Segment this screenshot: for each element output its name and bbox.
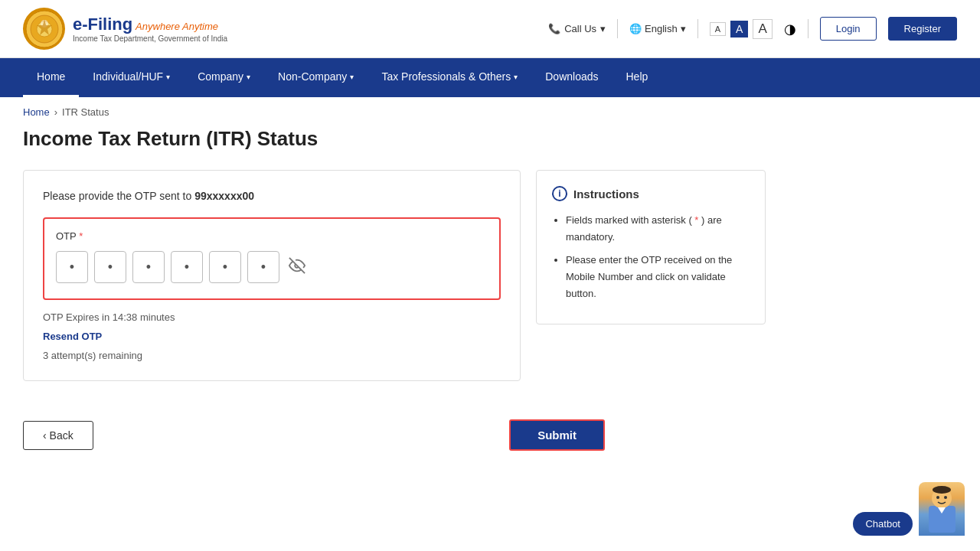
logo-efiling: e-Filing Anywhere Anytime [73,15,227,34]
form-card: Please provide the OTP sent to 99xxxxxx0… [23,170,521,381]
otp-digit-1[interactable] [56,251,88,283]
font-medium-button[interactable]: A [730,21,748,37]
otp-inputs [56,251,488,283]
page-title: Income Tax Return (ITR) Status [0,127,980,162]
otp-digit-2[interactable] [94,251,126,283]
header-right: 📞 Call Us ▾ 🌐 English ▾ A A A ◑ Login Re… [548,17,957,41]
otp-digit-4[interactable] [171,251,203,283]
nav-home[interactable]: Home [23,58,79,97]
toggle-visibility-button[interactable] [289,257,305,278]
resend-otp-link[interactable]: Resend OTP [43,331,501,342]
call-us-button[interactable]: 📞 Call Us ▾ [548,23,606,34]
divider [617,19,618,38]
otp-digit-6[interactable] [247,251,279,283]
instructions-list: Fields marked with asterisk ( * ) are ma… [552,212,750,302]
submit-button[interactable]: Submit [509,419,605,451]
top-bar: e-Filing Anywhere Anytime Income Tax Dep… [0,0,980,58]
nav-tax-professionals[interactable]: Tax Professionals & Others ▾ [368,58,531,97]
instructions-header: i Instructions [552,186,750,201]
divider2 [697,19,698,38]
register-button[interactable]: Register [888,17,957,41]
bottom-buttons: ‹ Back Submit [0,412,628,466]
logo-text: e-Filing Anywhere Anytime Income Tax Dep… [73,15,227,43]
font-small-button[interactable]: A [710,22,726,36]
call-us-arrow: ▾ [600,23,606,34]
nav-individual-arrow: ▾ [166,73,170,81]
nav-tax-arrow: ▾ [514,73,518,81]
breadcrumb-separator: › [54,106,57,118]
nav-company-arrow: ▾ [247,73,250,81]
masked-number: 99xxxxxx00 [194,190,254,202]
otp-required: * [79,230,83,242]
nav-downloads[interactable]: Downloads [531,58,612,97]
otp-prompt: Please provide the OTP sent to 99xxxxxx0… [43,190,501,202]
asterisk-symbol: * [692,214,701,226]
otp-expiry: OTP Expires in 14:38 minutes [43,311,501,323]
phone-icon: 📞 [548,23,560,34]
contrast-button[interactable]: ◑ [784,21,796,37]
login-button[interactable]: Login [820,17,877,41]
breadcrumb-current: ITR Status [62,106,109,118]
nav-bar: Home Individual/HUF ▾ Company ▾ Non-Comp… [0,58,980,97]
instructions-title: Instructions [573,187,639,201]
otp-digit-3[interactable] [132,251,165,283]
divider3 [808,19,808,38]
back-button[interactable]: ‹ Back [23,421,93,450]
nav-non-company[interactable]: Non-Company ▾ [264,58,368,97]
logo-area: e-Filing Anywhere Anytime Income Tax Dep… [23,8,227,50]
nav-help[interactable]: Help [612,58,662,97]
font-large-button[interactable]: A [753,19,772,39]
language-button[interactable]: 🌐 English ▾ [629,23,686,34]
instruction-item-2: Please enter the OTP received on the Mob… [566,252,750,302]
info-icon: i [552,186,567,201]
instruction-item-1: Fields marked with asterisk ( * ) are ma… [566,212,750,246]
font-controls: A A A [710,19,773,39]
breadcrumb-home[interactable]: Home [23,106,50,118]
emblem-icon [23,8,65,50]
logo-subtitle: Income Tax Department, Government of Ind… [73,34,227,43]
globe-icon: 🌐 [629,23,642,34]
attempts-remaining: 3 attempt(s) remaining [43,350,501,361]
otp-digit-5[interactable] [209,251,241,283]
otp-box: OTP * [43,217,501,300]
breadcrumb: Home › ITR Status [0,97,980,127]
otp-label: OTP * [56,230,488,242]
main-content: Please provide the OTP sent to 99xxxxxx0… [0,162,980,412]
instructions-card: i Instructions Fields marked with asteri… [536,170,766,324]
nav-non-company-arrow: ▾ [350,73,354,81]
nav-individual[interactable]: Individual/HUF ▾ [79,58,184,97]
nav-company[interactable]: Company ▾ [184,58,264,97]
lang-arrow: ▾ [681,23,686,34]
